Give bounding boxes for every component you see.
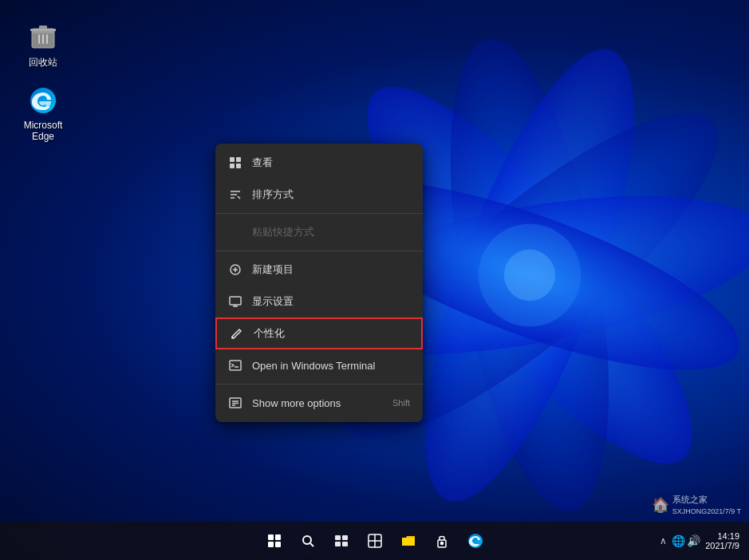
taskbar-center [259,526,491,556]
svg-point-8 [504,250,555,301]
menu-item-display[interactable]: 显示设置 [215,286,423,317]
svg-rect-30 [230,361,241,370]
edge-label: Microsoft Edge [19,120,67,142]
menu-item-personalize[interactable]: 个性化 [215,317,423,349]
menu-item-more-options[interactable]: Show more options Shift [215,387,423,419]
svg-rect-15 [46,34,48,44]
system-tray: ∧ 🌐 🔊 [660,534,700,547]
svg-rect-49 [402,538,415,546]
svg-rect-37 [275,534,281,540]
watermark: 🏠 系统之家SXJHONG2021/7/9 T [652,494,741,515]
menu-item-sort[interactable]: 排序方式 [215,179,423,211]
watermark-logo: 🏠 [652,496,669,514]
svg-rect-38 [268,542,274,547]
menu-item-new[interactable]: 新建项目 [215,254,423,286]
pencil-icon [230,326,244,341]
recycle-bin-icon[interactable]: 回收站 [14,16,72,74]
explorer-button[interactable] [393,526,424,556]
new-icon [228,262,242,277]
separator-2 [215,250,423,251]
sort-icon [228,187,242,202]
svg-rect-20 [236,164,241,168]
menu-item-paste-shortcut: 粘贴快捷方式 [215,216,423,248]
time-display: 14:19 [717,531,739,541]
store-button[interactable] [427,526,457,556]
menu-display-label: 显示设置 [252,294,410,309]
taskbar: ∧ 🌐 🔊 14:19 2021/7/9 [0,522,749,560]
widgets-button[interactable] [360,526,390,556]
menu-item-terminal[interactable]: Open in Windows Terminal [215,349,423,381]
desktop: 回收站 Microsoft Edge [0,0,749,560]
svg-rect-13 [38,34,40,44]
menu-new-label: 新建项目 [252,262,410,277]
taskbar-right: ∧ 🌐 🔊 14:19 2021/7/9 [660,531,739,550]
svg-point-51 [440,542,443,545]
svg-rect-36 [268,534,274,540]
svg-rect-39 [275,542,281,547]
edge-image [27,85,59,116]
watermark-text: 系统之家SXJHONG2021/7/9 T [672,494,741,515]
edge-icon[interactable]: Microsoft Edge [14,80,72,147]
menu-more-label: Show more options [252,397,383,409]
svg-rect-43 [342,535,348,540]
search-button[interactable] [293,526,323,556]
volume-icon[interactable]: 🔊 [687,534,700,547]
svg-rect-42 [335,535,341,540]
terminal-icon [228,358,242,373]
svg-rect-17 [230,157,235,162]
menu-paste-label: 粘贴快捷方式 [252,225,410,239]
menu-terminal-label: Open in Windows Terminal [252,360,410,372]
svg-rect-12 [30,29,56,31]
start-button[interactable] [259,526,290,556]
recycle-bin-label: 回收站 [29,56,57,69]
separator-1 [215,213,423,214]
separator-3 [215,384,423,385]
svg-rect-45 [342,542,348,546]
recycle-bin-image [27,21,59,53]
menu-personalize-label: 个性化 [254,326,408,341]
svg-line-41 [310,543,313,546]
view-icon [228,156,242,170]
edge-taskbar-button[interactable] [460,526,491,556]
clock[interactable]: 14:19 2021/7/9 [705,531,739,550]
svg-rect-44 [335,542,341,546]
menu-more-shortcut: Shift [392,398,410,408]
context-menu: 查看 排序方式 粘贴快捷方式 [215,144,423,422]
display-icon [228,294,242,309]
tray-arrow[interactable]: ∧ [660,535,667,546]
svg-rect-19 [230,164,235,168]
more-options-icon [228,396,242,410]
menu-view-label: 查看 [252,156,410,170]
svg-point-40 [303,536,311,544]
network-icon[interactable]: 🌐 [672,534,685,547]
menu-item-view[interactable]: 查看 [215,147,423,179]
menu-sort-label: 排序方式 [252,187,410,202]
paste-icon [228,225,242,239]
svg-rect-27 [230,297,241,305]
svg-rect-14 [42,34,44,44]
taskview-button[interactable] [326,526,357,556]
svg-rect-18 [236,157,241,162]
date-display: 2021/7/9 [705,541,739,550]
